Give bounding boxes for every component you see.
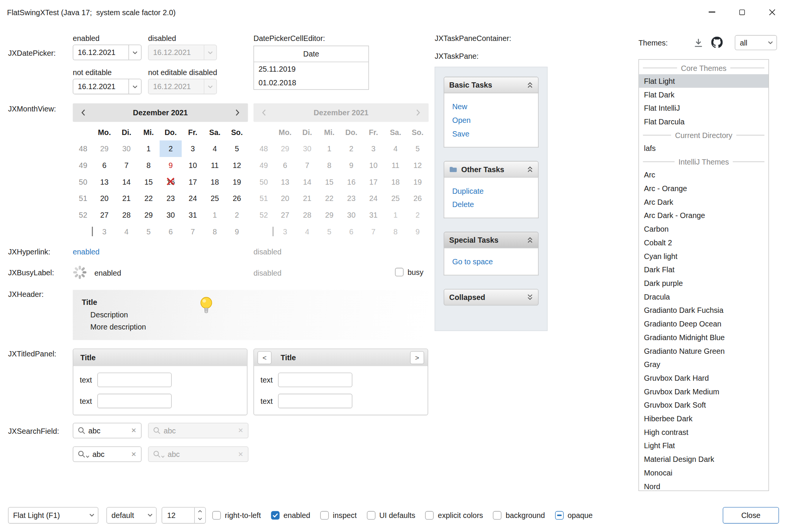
taskpane-header[interactable]: Collapsed xyxy=(444,289,538,306)
checkbox-box[interactable] xyxy=(395,268,403,276)
monthview-enabled[interactable]: Dezember 2021 Mo.Di.Mi.Do.Fr.Sa.So.48293… xyxy=(73,103,248,240)
checkbox-ui-defaults[interactable]: UI defaults xyxy=(367,511,415,519)
clear-icon[interactable]: ✕ xyxy=(131,427,136,435)
calendar-day[interactable]: 1 xyxy=(204,207,226,223)
theme-item[interactable]: Dracula xyxy=(639,290,768,304)
text-input[interactable] xyxy=(98,394,172,408)
theme-item[interactable]: Flat Dark xyxy=(639,88,768,101)
search-value[interactable]: abc xyxy=(92,450,128,458)
task-link[interactable]: Duplicate xyxy=(452,184,538,198)
theme-item[interactable]: Dark Flat xyxy=(639,263,768,276)
download-icon[interactable] xyxy=(693,38,704,50)
task-link[interactable]: Delete xyxy=(452,198,538,211)
table-column-header[interactable]: Date xyxy=(254,46,368,62)
checkbox-box[interactable] xyxy=(271,511,279,519)
calendar-day[interactable]: 9 xyxy=(160,157,182,174)
theme-combobox[interactable]: Flat Light (F1) xyxy=(8,507,98,524)
datepicker-not-editable[interactable]: 16.12.2021 xyxy=(73,79,142,94)
chevron-down-icon[interactable] xyxy=(764,36,776,50)
calendar-day[interactable]: 28 xyxy=(115,207,137,223)
text-input[interactable] xyxy=(278,373,353,387)
datepicker-value[interactable]: 16.12.2021 xyxy=(73,48,128,56)
taskpane-header[interactable]: Basic Tasks xyxy=(444,77,538,93)
themes-list[interactable]: Core ThemesFlat LightFlat DarkFlat Intel… xyxy=(638,59,769,491)
collapse-icon[interactable] xyxy=(527,166,533,173)
spinner-up-icon[interactable] xyxy=(195,507,205,515)
checkbox-right-to-left[interactable]: right-to-left xyxy=(212,511,261,519)
datepicker-value[interactable]: 16.12.2021 xyxy=(73,82,128,91)
search-field-history-enabled[interactable]: abc ✕ xyxy=(73,446,142,462)
font-combobox[interactable]: default xyxy=(106,507,156,524)
chevron-down-icon[interactable] xyxy=(129,79,141,94)
theme-item[interactable]: lafs xyxy=(639,141,768,155)
titled-panel-left-button[interactable]: < xyxy=(258,351,272,364)
themes-filter-value[interactable]: all xyxy=(735,38,764,47)
next-month-button[interactable] xyxy=(231,106,244,119)
minimize-button[interactable] xyxy=(697,0,727,24)
checkbox-background[interactable]: background xyxy=(493,511,545,519)
checkbox-box[interactable] xyxy=(555,511,563,519)
theme-item[interactable]: Flat IntelliJ xyxy=(639,101,768,115)
chevron-down-icon[interactable] xyxy=(129,45,141,60)
calendar-day[interactable]: 8 xyxy=(204,223,226,240)
theme-item[interactable]: Gradianto Midnight Blue xyxy=(639,331,768,344)
titled-panel-right-button[interactable]: > xyxy=(410,351,424,364)
collapse-icon[interactable] xyxy=(527,82,533,88)
theme-item[interactable]: Gruvbox Dark Medium xyxy=(639,385,768,399)
theme-item[interactable]: High contrast xyxy=(639,425,768,439)
prev-month-button[interactable] xyxy=(77,106,90,119)
task-link[interactable]: New xyxy=(452,100,538,113)
calendar-day[interactable]: 18 xyxy=(204,174,226,190)
calendar-day[interactable]: 9 xyxy=(226,223,248,240)
theme-item[interactable]: Hiberbee Dark xyxy=(639,412,768,425)
font-size-value[interactable]: 12 xyxy=(162,507,194,523)
calendar-day[interactable]: 22 xyxy=(137,190,159,207)
calendar-day[interactable]: 23 xyxy=(160,190,182,207)
calendar-day[interactable]: 3 xyxy=(182,140,204,157)
calendar-day[interactable]: 1 xyxy=(137,140,159,157)
calendar-day[interactable]: 11 xyxy=(204,157,226,174)
calendar-day[interactable]: 15 xyxy=(137,174,159,190)
calendar-day[interactable]: 29 xyxy=(137,207,159,223)
checkbox-box[interactable] xyxy=(320,511,329,519)
calendar-day[interactable]: 29 xyxy=(93,140,115,157)
taskpane-header[interactable]: Other Tasks xyxy=(444,161,538,178)
search-with-history-icon[interactable] xyxy=(78,450,89,458)
calendar-day[interactable]: 7 xyxy=(115,157,137,174)
calendar-day[interactable]: 10 xyxy=(182,157,204,174)
maximize-button[interactable] xyxy=(727,0,757,24)
theme-combobox-value[interactable]: Flat Light (F1) xyxy=(8,511,85,519)
font-combobox-value[interactable]: default xyxy=(107,511,144,519)
themes-filter-combobox[interactable]: all xyxy=(735,35,777,50)
theme-item[interactable]: Monocai xyxy=(639,466,768,480)
hyperlink-enabled[interactable]: enabled xyxy=(73,247,100,256)
calendar-day[interactable]: 26 xyxy=(226,190,248,207)
checkbox-opaque[interactable]: opaque xyxy=(555,511,593,519)
expand-icon[interactable] xyxy=(527,294,533,300)
calendar-day[interactable]: 14 xyxy=(115,174,137,190)
checkbox-box[interactable] xyxy=(212,511,221,519)
close-window-button[interactable] xyxy=(757,0,787,24)
search-field-enabled[interactable]: abc ✕ xyxy=(73,423,142,438)
calendar-day[interactable]: 30 xyxy=(115,140,137,157)
calendar-day[interactable]: 5 xyxy=(137,223,159,240)
theme-item[interactable]: Cobalt 2 xyxy=(639,236,768,250)
theme-item[interactable]: Nord xyxy=(639,480,768,491)
calendar-day[interactable]: 8 xyxy=(137,157,159,174)
spinner-down-icon[interactable] xyxy=(195,515,205,523)
checkbox-explicit-colors[interactable]: explicit colors xyxy=(425,511,483,519)
checkbox-busy[interactable]: busy xyxy=(395,268,423,276)
table-row[interactable]: 25.11.2019 xyxy=(254,62,368,76)
checkbox-enabled[interactable]: enabled xyxy=(271,511,310,519)
calendar-day[interactable]: 17 xyxy=(182,174,204,190)
calendar-day[interactable]: 6 xyxy=(93,157,115,174)
theme-item[interactable]: Gray xyxy=(639,358,768,371)
theme-item[interactable]: Material Design Dark xyxy=(639,452,768,466)
theme-item[interactable]: Arc - Orange xyxy=(639,182,768,195)
theme-item[interactable]: Carbon xyxy=(639,222,768,236)
chevron-down-icon[interactable] xyxy=(85,507,98,523)
calendar-day[interactable]: 2 xyxy=(160,140,182,157)
calendar-day[interactable]: 6 xyxy=(160,223,182,240)
table-row[interactable]: 01.02.2018 xyxy=(254,76,368,89)
calendar-day[interactable]: 4 xyxy=(204,140,226,157)
